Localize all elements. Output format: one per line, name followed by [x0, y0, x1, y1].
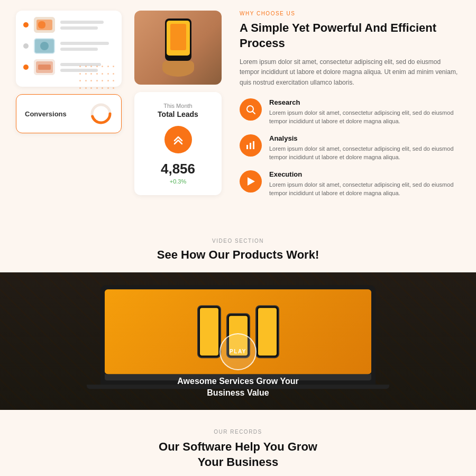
video-label: VIDEO SECTION: [16, 238, 460, 244]
execution-text: Execution Lorem ipsum dolor sit amet, co…: [269, 170, 460, 198]
photo-placeholder: [134, 11, 222, 85]
svg-line-17: [253, 111, 255, 114]
analysis-text: Analysis Lorem ipsum dolor sit amet, con…: [269, 134, 460, 162]
middle-col: This Month Total Leads 4,856 +0.3%: [134, 11, 222, 206]
conversions-widget: Conversions: [16, 94, 122, 133]
video-heading: See How Our Products Work!: [16, 248, 460, 262]
dots-pattern: [79, 66, 116, 92]
list-lines-1: [60, 21, 114, 30]
play-label: PLAY: [230, 349, 246, 354]
feature-analysis: Analysis Lorem ipsum dolor sit amet, con…: [240, 134, 460, 162]
research-text: Research Lorem ipsum dolor sit amet, con…: [269, 98, 460, 126]
chevron-double-up-icon: [171, 132, 186, 147]
top-section: Conversions: [0, 0, 476, 222]
execution-icon: [245, 176, 257, 187]
video-section: VIDEO SECTION See How Our Products Work!: [0, 222, 476, 262]
analysis-icon: [245, 140, 257, 151]
research-icon: [245, 104, 257, 115]
leads-card: This Month Total Leads 4,856 +0.3%: [134, 92, 222, 195]
research-icon-wrap: [240, 98, 262, 121]
research-desc: Lorem ipsum dolor sit amet, consectetur …: [269, 108, 460, 126]
leads-change: +0.3%: [143, 178, 213, 185]
svg-rect-19: [250, 143, 251, 149]
list-thumb-2: [34, 38, 55, 54]
svg-rect-20: [253, 141, 254, 149]
list-thumb-3: [34, 59, 55, 75]
execution-title: Execution: [269, 170, 460, 178]
phone-mock-1: [197, 305, 221, 358]
svg-rect-8: [38, 65, 51, 70]
leads-sublabel: This Month: [143, 103, 213, 109]
list-item: [23, 38, 114, 54]
execution-desc: Lorem ipsum dolor sit amet, consectetur …: [269, 180, 460, 198]
video-caption-text: Awesome Services Grow YourBusiness Value: [177, 376, 298, 399]
svg-rect-18: [246, 145, 248, 149]
leads-number: 4,856: [143, 161, 213, 177]
stats-heading: Our Software Help You GrowYour Business: [16, 439, 460, 470]
video-caption: Awesome Services Grow YourBusiness Value: [177, 376, 298, 399]
list-dot-orange: [23, 22, 29, 28]
list-dot-gray: [23, 43, 29, 49]
left-widgets: Conversions: [16, 11, 122, 206]
leads-icon: [164, 126, 192, 153]
phone-screen-3: [258, 308, 277, 355]
analysis-title: Analysis: [269, 134, 460, 142]
feature-research: Research Lorem ipsum dolor sit amet, con…: [240, 98, 460, 126]
hand-phone-illustration: [147, 13, 210, 82]
phone-screen-1: [200, 308, 218, 355]
photo-card: [134, 11, 222, 85]
analysis-icon-wrap: [240, 134, 262, 157]
donut-chart: [89, 102, 113, 125]
leads-title: Total Leads: [143, 110, 213, 118]
right-col: WHY CHOOSE US A Simple Yet Powerful And …: [234, 11, 460, 206]
right-heading: A Simple Yet Powerful And Efficient Proc…: [240, 21, 460, 51]
execution-icon-wrap: [240, 170, 262, 193]
conversions-label: Conversions: [25, 110, 67, 118]
research-title: Research: [269, 98, 460, 106]
svg-rect-15: [162, 61, 194, 71]
phone-mock-3: [255, 305, 279, 358]
svg-rect-2: [38, 21, 45, 29]
list-dot-orange-2: [23, 65, 29, 70]
list-thumb-1: [34, 17, 55, 33]
list-lines-2: [60, 42, 114, 51]
right-body: Lorem ipsum dolor sit amet, consectetur …: [240, 57, 460, 88]
video-banner: PLAY Awesome Services Grow YourBusiness …: [0, 272, 476, 410]
svg-point-5: [40, 42, 49, 50]
play-button[interactable]: PLAY: [219, 333, 257, 370]
list-widget-card: [16, 11, 122, 87]
analysis-desc: Lorem ipsum dolor sit amet, consectetur …: [269, 144, 460, 162]
why-label: WHY CHOOSE US: [240, 11, 460, 16]
stats-label: OUR RECORDS: [16, 429, 460, 435]
svg-marker-21: [248, 177, 255, 186]
list-item: [23, 17, 114, 33]
feature-execution: Execution Lorem ipsum dolor sit amet, co…: [240, 170, 460, 198]
svg-rect-13: [170, 24, 186, 50]
stats-section: OUR RECORDS Our Software Help You GrowYo…: [0, 410, 476, 476]
